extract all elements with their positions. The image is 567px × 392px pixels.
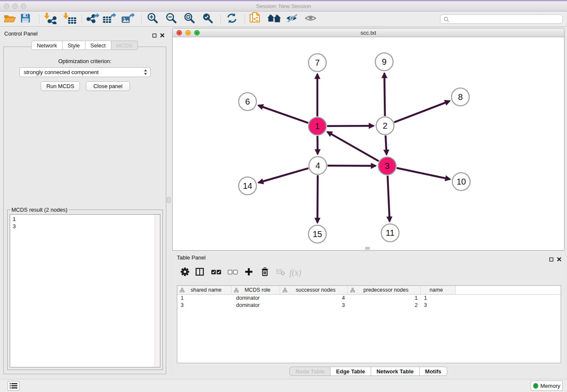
cell-MCDS-role[interactable]: dominator — [231, 295, 280, 302]
column-header-name[interactable]: name — [421, 286, 456, 294]
network-scroll-grip[interactable] — [365, 247, 370, 250]
network-overview-homes-icon[interactable] — [267, 13, 281, 25]
cell-predecessor-nodes[interactable]: 2 — [348, 302, 421, 309]
zoom-selected-icon[interactable] — [202, 12, 214, 26]
svg-text:3: 3 — [385, 161, 389, 171]
cell-MCDS-role[interactable]: dominator — [231, 302, 280, 309]
node-1[interactable]: 1 — [308, 117, 326, 135]
column-header-shared-name[interactable]: shared name — [177, 286, 231, 294]
edge-2-9[interactable] — [384, 73, 385, 116]
node-8[interactable]: 8 — [451, 88, 469, 106]
tab-select[interactable]: Select — [85, 41, 111, 50]
table-row-2[interactable]: 3dominator323 — [177, 302, 561, 309]
show-graphics-details-icon[interactable] — [304, 14, 318, 25]
network-graph-canvas[interactable]: 7968124314101511 — [173, 38, 564, 250]
edge-4-3[interactable] — [328, 166, 376, 166]
memory-label: Memory — [540, 383, 560, 389]
import-table-icon[interactable] — [63, 12, 77, 26]
edge-1-2[interactable] — [327, 126, 374, 126]
node-10[interactable]: 10 — [452, 173, 470, 190]
node-11[interactable]: 11 — [381, 224, 399, 242]
refresh-icon[interactable] — [226, 13, 238, 25]
criterion-dropdown[interactable]: strongly connected component — [19, 67, 151, 77]
open-folder-icon[interactable] — [3, 13, 16, 25]
tab-motifs[interactable]: Motifs — [420, 367, 447, 376]
run-mcds-button[interactable]: Run MCDS — [41, 81, 80, 91]
svg-text:6: 6 — [245, 97, 250, 106]
delete-column-trash-icon[interactable] — [261, 268, 269, 278]
column-header-successor-nodes[interactable]: successor nodes — [280, 286, 348, 294]
edge-3-10[interactable] — [397, 168, 450, 179]
float-panel-icon[interactable] — [152, 32, 157, 39]
tab-edge-table[interactable]: Edge Table — [330, 367, 371, 376]
mcds-result-scrollbar[interactable] — [154, 215, 160, 367]
node-15[interactable]: 15 — [308, 225, 326, 243]
hide-graphics-details-icon[interactable] — [286, 14, 299, 25]
svg-text:14: 14 — [243, 181, 252, 190]
zoom-out-icon[interactable] — [165, 12, 177, 26]
export-table-icon[interactable] — [103, 12, 117, 26]
cell-name[interactable]: 1 — [421, 295, 456, 302]
add-column-icon[interactable] — [245, 268, 253, 278]
zoom-in-icon[interactable] — [147, 12, 159, 26]
tab-network-table[interactable]: Network Table — [371, 367, 420, 376]
column-header-predecessor-nodes[interactable]: predecessor nodes — [348, 286, 421, 294]
tab-network[interactable]: Network — [31, 41, 63, 50]
column-view-icon[interactable] — [195, 268, 204, 278]
cell-successor-nodes[interactable]: 3 — [280, 302, 348, 309]
close-panel-button[interactable]: Close panel — [86, 81, 130, 91]
table-row-1[interactable]: 1dominator411 — [177, 295, 561, 302]
memory-button[interactable]: Memory — [531, 381, 563, 391]
search-input[interactable] — [440, 14, 563, 24]
panel-divider-grip[interactable] — [167, 197, 171, 203]
node-2[interactable]: 2 — [376, 117, 394, 135]
tab-style[interactable]: Style — [63, 41, 85, 50]
copy-network-document-icon[interactable] — [249, 12, 261, 26]
svg-text:9: 9 — [382, 57, 386, 66]
node-6[interactable]: 6 — [239, 93, 256, 110]
close-panel-icon[interactable] — [160, 32, 165, 39]
node-3[interactable]: 3 — [378, 157, 396, 175]
cell-predecessor-nodes[interactable]: 1 — [348, 295, 421, 302]
cell-shared-name[interactable]: 1 — [177, 295, 231, 302]
delete-table-icon — [276, 268, 285, 277]
table-settings-gear-icon[interactable] — [180, 267, 190, 278]
table-header-row: shared nameMCDS rolesuccessor nodesprede… — [177, 286, 561, 295]
edge-2-8[interactable] — [394, 101, 449, 122]
network-window-titlebar[interactable]: × – + scc.txt — [173, 28, 564, 37]
tab-node-table[interactable]: Node Table — [289, 367, 330, 376]
toolbar-separator — [141, 15, 142, 23]
column-header-MCDS-role[interactable]: MCDS role — [231, 286, 280, 294]
node-7[interactable]: 7 — [308, 54, 326, 72]
dropdown-chevrons-icon — [143, 69, 148, 75]
table-toolbar: f(x) — [172, 264, 564, 282]
mcds-result-textarea[interactable]: 1 3 — [10, 214, 160, 367]
node-9[interactable]: 9 — [375, 53, 393, 71]
cell-shared-name[interactable]: 3 — [177, 302, 231, 309]
zoom-fit-icon[interactable] — [184, 12, 195, 26]
select-all-icon[interactable] — [211, 269, 221, 276]
import-network-icon[interactable] — [44, 12, 58, 26]
node-14[interactable]: 14 — [239, 177, 256, 195]
tab-mcds[interactable]: MCDS — [111, 41, 138, 50]
node-4[interactable]: 4 — [309, 157, 327, 174]
edge-4-15[interactable] — [317, 175, 318, 223]
close-table-panel-icon[interactable] — [557, 256, 561, 263]
task-history-button[interactable] — [8, 381, 19, 391]
table-rows: 1dominator4113dominator323 — [177, 295, 561, 309]
export-network-icon[interactable] — [86, 12, 100, 26]
float-table-panel-icon[interactable] — [549, 256, 553, 263]
save-icon[interactable] — [20, 13, 31, 25]
edge-3-11[interactable] — [388, 176, 390, 221]
export-image-icon[interactable] — [121, 12, 135, 26]
control-panel: Control Panel NetworkStyleSelectMCDS Opt… — [0, 27, 169, 379]
cell-name[interactable]: 3 — [421, 302, 456, 309]
edge-4-14[interactable] — [259, 168, 308, 182]
table-panel-title: Table Panel — [177, 254, 206, 261]
edge-2-3[interactable] — [385, 135, 386, 155]
deselect-all-icon[interactable] — [228, 269, 238, 276]
edge-1-6[interactable] — [258, 105, 308, 123]
cell-successor-nodes[interactable]: 4 — [280, 295, 348, 302]
edge-3-1[interactable] — [327, 132, 379, 161]
svg-text:8: 8 — [458, 92, 462, 102]
